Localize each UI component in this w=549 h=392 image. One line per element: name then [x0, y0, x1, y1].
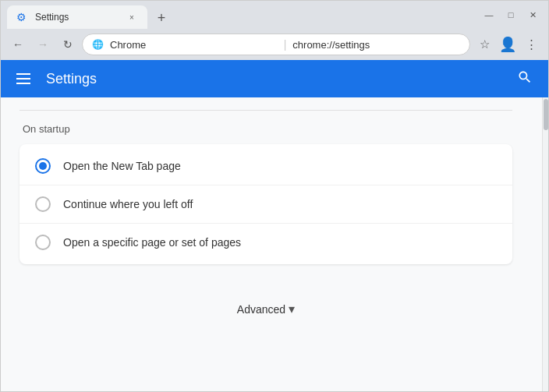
content-area: On startup Open the New Tab page Continu…	[1, 97, 548, 391]
advanced-button[interactable]: Advanced ▾	[225, 295, 307, 323]
address-bar: ← → ↻ 🌐 Chrome | chrome://settings ☆ 👤 ⋮	[1, 29, 548, 60]
toolbar-icons: ☆ 👤 ⋮	[473, 34, 542, 55]
address-input[interactable]: 🌐 Chrome | chrome://settings	[82, 34, 470, 55]
hamburger-line-1	[16, 73, 30, 75]
menu-button[interactable]: ⋮	[520, 34, 542, 55]
tab-favicon: ⚙	[16, 11, 29, 23]
app-title: Settings	[46, 71, 97, 87]
section-title: On startup	[19, 123, 512, 135]
forward-button[interactable]: →	[32, 34, 54, 55]
settings-content: On startup Open the New Tab page Continu…	[1, 97, 542, 391]
window-controls: — □ ✕	[480, 5, 542, 24]
tab-strip: ⚙ Settings × +	[7, 1, 480, 29]
chevron-down-icon: ▾	[289, 302, 295, 316]
title-bar: ⚙ Settings × + — □ ✕	[1, 1, 548, 29]
startup-option-specific[interactable]: Open a specific page or set of pages	[19, 224, 512, 261]
minimize-button[interactable]: —	[480, 5, 498, 24]
globe-icon: 🌐	[92, 39, 104, 50]
startup-option-specific-label: Open a specific page or set of pages	[63, 236, 241, 249]
profile-button[interactable]: 👤	[497, 34, 519, 55]
advanced-label: Advanced	[237, 303, 285, 316]
hamburger-menu-button[interactable]	[13, 70, 34, 87]
site-name: Chrome	[110, 39, 278, 51]
hamburger-line-3	[16, 83, 30, 84]
radio-dot	[39, 162, 47, 170]
tab-title: Settings	[35, 12, 119, 23]
startup-options-card: Open the New Tab page Continue where you…	[19, 144, 512, 264]
radio-unselected-1	[35, 196, 51, 212]
scrollbar-thumb[interactable]	[544, 99, 548, 130]
advanced-section: Advanced ▾	[19, 280, 512, 346]
app-header-left: Settings	[13, 70, 97, 87]
startup-option-new-tab[interactable]: Open the New Tab page	[19, 147, 512, 185]
app-header: Settings	[1, 60, 548, 97]
hamburger-line-2	[16, 78, 30, 79]
startup-option-new-tab-label: Open the New Tab page	[63, 160, 181, 172]
address-divider: |	[284, 38, 287, 51]
scrollbar-track[interactable]	[542, 97, 548, 391]
top-divider	[19, 110, 512, 111]
radio-unselected-2	[35, 235, 51, 250]
browser-window: ⚙ Settings × + — □ ✕ ← → ↻ 🌐 Chrome | ch…	[0, 0, 549, 392]
bookmark-button[interactable]: ☆	[473, 34, 495, 55]
tab-close-button[interactable]: ×	[126, 11, 138, 23]
new-tab-button[interactable]: +	[151, 7, 172, 29]
refresh-button[interactable]: ↻	[57, 34, 79, 55]
startup-option-continue-label: Continue where you left off	[63, 198, 193, 210]
url-text: chrome://settings	[292, 39, 460, 51]
radio-selected	[35, 158, 51, 174]
header-search-button[interactable]	[514, 66, 536, 92]
close-button[interactable]: ✕	[523, 5, 542, 24]
active-tab[interactable]: ⚙ Settings ×	[7, 5, 147, 29]
startup-option-continue[interactable]: Continue where you left off	[19, 185, 512, 224]
maximize-button[interactable]: □	[501, 5, 520, 24]
settings-inner: On startup Open the New Tab page Continu…	[1, 97, 531, 358]
back-button[interactable]: ←	[7, 34, 29, 55]
